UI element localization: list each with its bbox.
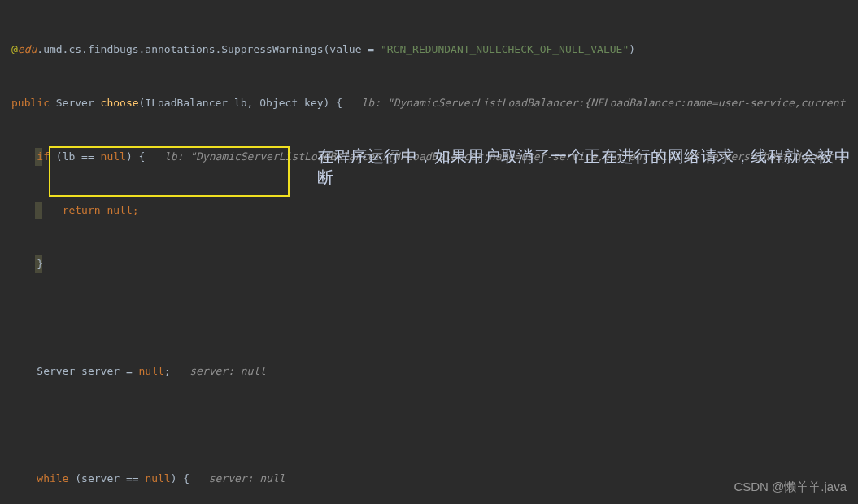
code-editor[interactable]: @edu.umd.cs.findbugs.annotations.Suppres… (0, 0, 858, 504)
watermark: CSDN @懒羊羊.java (734, 478, 847, 496)
annotation-text: 在程序运行中，如果用户取消了一个正在进行的网络请求，线程就会被中断 (317, 146, 854, 188)
